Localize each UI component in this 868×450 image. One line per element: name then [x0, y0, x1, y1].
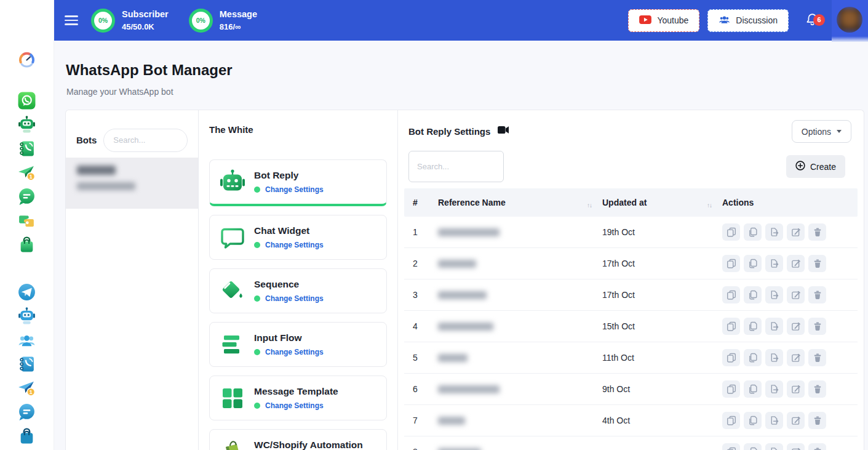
- telegram-broadcast-icon[interactable]: 1: [17, 379, 36, 398]
- duplicate-button[interactable]: [744, 255, 762, 272]
- export-button[interactable]: [765, 318, 783, 335]
- export-button[interactable]: [765, 255, 783, 272]
- card-input-flow[interactable]: Input Flow Change Settings: [209, 322, 387, 367]
- create-button[interactable]: Create: [786, 155, 845, 178]
- subscriber-stat: 0% Subscriber 45/50.0K: [91, 9, 169, 33]
- change-settings-link[interactable]: Change Settings: [265, 348, 324, 356]
- copy-button[interactable]: [722, 255, 740, 272]
- change-settings-link[interactable]: Change Settings: [265, 241, 324, 249]
- edit-button[interactable]: [787, 443, 805, 450]
- card-title: Bot Reply: [254, 170, 324, 181]
- copy-button[interactable]: [722, 380, 740, 398]
- duplicate-button[interactable]: [744, 443, 762, 450]
- telegram-chat-icon[interactable]: [17, 403, 36, 422]
- avatar-block: [832, 0, 868, 42]
- dashboard-gauge-icon[interactable]: [17, 50, 36, 69]
- bots-search-input[interactable]: [103, 129, 188, 152]
- export-button[interactable]: [765, 443, 783, 450]
- copy-button[interactable]: [722, 223, 740, 241]
- card-chat-widget[interactable]: Chat Widget Change Settings: [209, 215, 387, 260]
- edit-button[interactable]: [787, 349, 805, 366]
- card-sequence[interactable]: Sequence Change Settings: [209, 268, 387, 313]
- edit-button[interactable]: [787, 223, 805, 241]
- edit-button[interactable]: [787, 286, 805, 303]
- change-settings-link[interactable]: Change Settings: [265, 294, 324, 303]
- duplicate-button[interactable]: [744, 412, 762, 429]
- delete-button[interactable]: [808, 412, 826, 429]
- duplicate-button[interactable]: [744, 286, 762, 303]
- bot-settings-panel: The White Bot Reply Change Settings Chat…: [199, 110, 398, 450]
- sort-icon[interactable]: ↑↓: [587, 202, 592, 209]
- whatsapp-bot-icon[interactable]: [17, 115, 36, 134]
- bots-panel: Bots: [66, 110, 199, 450]
- export-button[interactable]: [765, 412, 783, 429]
- edit-button[interactable]: [787, 318, 805, 335]
- discussion-button[interactable]: Discussion: [707, 9, 789, 32]
- status-dot: [254, 349, 260, 355]
- export-button[interactable]: [765, 349, 783, 366]
- delete-button[interactable]: [808, 318, 826, 335]
- export-button[interactable]: [765, 380, 783, 398]
- duplicate-button[interactable]: [744, 349, 762, 366]
- export-button[interactable]: [765, 223, 783, 241]
- whatsapp-contacts-icon[interactable]: [17, 139, 36, 158]
- copy-button[interactable]: [722, 412, 740, 429]
- whatsapp-chat-icon[interactable]: [17, 187, 36, 206]
- notifications-button[interactable]: 6: [805, 12, 819, 29]
- telegram-bot-icon[interactable]: [17, 307, 36, 326]
- video-camera-icon[interactable]: [498, 126, 509, 137]
- delete-button[interactable]: [808, 349, 826, 366]
- edit-button[interactable]: [787, 412, 805, 429]
- row-reference-name: [434, 417, 598, 425]
- delete-button[interactable]: [808, 443, 826, 450]
- row-reference-name: [434, 448, 598, 450]
- edit-button[interactable]: [787, 255, 805, 272]
- options-button[interactable]: Options: [792, 120, 851, 143]
- chat-widget-icon: [218, 223, 247, 252]
- table-row: 8: [404, 436, 858, 450]
- telegram-icon[interactable]: [17, 283, 36, 302]
- status-dot: [254, 242, 260, 248]
- duplicate-button[interactable]: [744, 223, 762, 241]
- telegram-store-icon[interactable]: [17, 427, 36, 446]
- duplicate-button[interactable]: [744, 380, 762, 398]
- whatsapp-store-icon[interactable]: [17, 235, 36, 254]
- avatar[interactable]: [837, 7, 862, 33]
- row-number: 3: [404, 290, 434, 300]
- copy-button[interactable]: [722, 443, 740, 450]
- app-sidebar: 1 1: [0, 0, 54, 450]
- reference-name-redacted: [438, 228, 500, 236]
- column-header-reference-name: Reference Name↑↓: [434, 197, 598, 209]
- row-reference-name: [434, 260, 598, 268]
- card-bot-reply[interactable]: Bot Reply Change Settings: [209, 159, 387, 206]
- delete-button[interactable]: [808, 380, 826, 398]
- integrations-puzzle-icon[interactable]: [17, 211, 36, 230]
- whatsapp-broadcast-icon[interactable]: 1: [17, 163, 36, 182]
- change-settings-link[interactable]: Change Settings: [265, 401, 324, 410]
- delete-button[interactable]: [808, 286, 826, 303]
- card-title: WC/Shopify Automation: [254, 440, 363, 450]
- card-wc-shopify[interactable]: S WC/Shopify Automation Change Settings: [209, 429, 387, 450]
- row-updated-at: 17th Oct: [598, 290, 718, 300]
- sort-icon[interactable]: ↑↓: [707, 202, 712, 209]
- telegram-group-icon[interactable]: [17, 331, 36, 350]
- bot-list-item-selected[interactable]: [66, 158, 198, 209]
- settings-search-input[interactable]: [408, 151, 504, 182]
- change-settings-link[interactable]: Change Settings: [265, 185, 324, 194]
- card-message-template[interactable]: Message Template Change Settings: [209, 376, 387, 420]
- table-row: 2 17th Oct: [404, 248, 858, 279]
- delete-button[interactable]: [808, 255, 826, 272]
- copy-button[interactable]: [722, 349, 740, 366]
- hamburger-menu-icon[interactable]: [65, 13, 78, 27]
- telegram-contacts-icon[interactable]: [17, 355, 36, 374]
- duplicate-button[interactable]: [744, 318, 762, 335]
- copy-button[interactable]: [722, 318, 740, 335]
- edit-button[interactable]: [787, 380, 805, 398]
- row-updated-at: 19th Oct: [598, 227, 718, 237]
- delete-button[interactable]: [808, 223, 826, 241]
- copy-button[interactable]: [722, 286, 740, 303]
- row-updated-at: 17th Oct: [598, 259, 718, 268]
- export-button[interactable]: [765, 286, 783, 303]
- youtube-button[interactable]: Youtube: [628, 9, 699, 32]
- whatsapp-icon[interactable]: [17, 91, 36, 110]
